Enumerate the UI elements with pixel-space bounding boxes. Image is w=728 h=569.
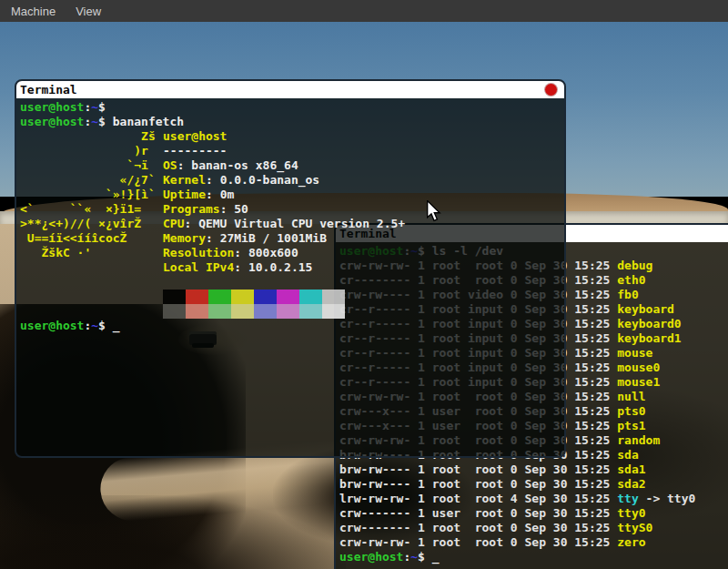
ls-row-meta: crw------- 1 user root 0 Sep 30 15:25	[339, 506, 617, 520]
color-palette-row-2	[163, 304, 564, 319]
palette-swatch	[163, 304, 186, 319]
fetch-value: 27MiB / 1001MiB	[220, 231, 327, 245]
ls-row-filename: null	[617, 390, 645, 403]
terminal-window-1[interactable]: Terminal user@host:~$ user@host:~$ banan…	[15, 79, 566, 458]
fetch-colon: :	[220, 202, 235, 216]
prompt-dollar: $	[418, 550, 432, 564]
fetch-value: 50	[234, 202, 248, 216]
fetch-colon: :	[177, 158, 192, 172]
palette-swatch	[208, 290, 231, 304]
ls-row-filename: tty0	[617, 506, 645, 520]
fetch-line: `¬ïOS: banan-os x86_64	[20, 158, 564, 173]
ls-row-filename: sda2	[617, 477, 645, 491]
palette-swatch	[231, 304, 254, 319]
ls-row-filename: sda1	[617, 462, 645, 476]
ls-row-meta: brw-rw---- 1 root root 0 Sep 30 15:25	[339, 477, 617, 491]
prompt-path: ~	[410, 550, 418, 564]
fetch-colon: :	[206, 188, 220, 201]
ascii-art: ŽškC ·'	[20, 246, 163, 260]
ls-row-filename: fb0	[617, 288, 638, 301]
prompt-dollar: $	[98, 115, 113, 128]
fetch-label: user@host	[163, 129, 227, 143]
menu-machine[interactable]: Machine	[11, 5, 56, 18]
close-button[interactable]	[545, 84, 557, 96]
ls-row: crw-rw-rw- 1 root root 0 Sep 30 15:25 ze…	[339, 535, 728, 550]
text-cursor: _	[432, 550, 440, 564]
ls-row-filename: sda	[617, 448, 638, 462]
prompt-path: ~	[91, 319, 98, 332]
palette-swatch	[299, 304, 322, 319]
fetch-value: banan-os x86_64	[191, 158, 298, 172]
fetch-label: Memory	[163, 231, 206, 245]
fetch-value: ---------	[163, 144, 227, 157]
prompt-user: user@host	[20, 115, 84, 128]
ls-row-filename: mouse	[617, 346, 652, 360]
fetch-line: `»!}[ì`Uptime: 0m	[20, 188, 564, 202]
ls-row-filename: keyboard0	[617, 317, 681, 330]
ls-row-filename: pts0	[617, 404, 645, 418]
fetch-line: Zšuser@host	[20, 129, 564, 144]
fetch-value: QEMU Virtual CPU version 2.5+	[198, 217, 405, 230]
ls-row-meta: crw-rw-rw- 1 root root 0 Sep 30 15:25	[339, 535, 617, 549]
palette-swatch	[231, 290, 254, 304]
ls-row-filename: eth0	[617, 273, 645, 287]
fetch-colon: :	[206, 173, 220, 187]
fetch-label: Programs	[163, 202, 220, 216]
fetch-label: Resolution	[163, 246, 234, 259]
command-text: bananfetch	[113, 115, 184, 128]
fetch-colon: :	[206, 231, 220, 245]
fetch-line: <` ``« ×}ï1=Programs: 50	[20, 202, 564, 217]
terminal1-command-line: user@host:~$ bananfetch	[20, 115, 564, 129]
prompt-dollar: $	[98, 319, 113, 332]
palette-swatch	[208, 304, 231, 319]
text-cursor: _	[113, 319, 120, 332]
terminal1-empty-prompt-line: user@host:~$	[20, 100, 564, 115]
fetch-label: Uptime	[163, 188, 206, 201]
mouse-cursor-icon	[426, 200, 441, 223]
ls-row-meta: crw------- 1 root root 0 Sep 30 15:25	[339, 521, 617, 534]
fetch-label: CPU	[163, 217, 184, 230]
ascii-art: )r	[20, 144, 163, 158]
fetch-colon: :	[234, 246, 248, 259]
palette-swatch	[322, 304, 345, 319]
palette-swatch	[299, 290, 322, 304]
ls-row: lrw-rw-rw- 1 root root 4 Sep 30 15:25 tt…	[339, 492, 728, 506]
vm-screen: Machine View Terminal user@host:~$ ls -l…	[0, 0, 728, 569]
menu-view[interactable]: View	[76, 5, 101, 18]
prompt-user: user@host	[20, 319, 84, 332]
ls-row: crw------- 1 root root 0 Sep 30 15:25 tt…	[339, 521, 728, 535]
palette-swatch	[186, 290, 208, 304]
fetch-output: Zšuser@host )r--------- `¬ïOS: banan-os …	[20, 129, 564, 275]
ls-row-filename: tty	[617, 492, 638, 505]
terminal1-content[interactable]: user@host:~$ user@host:~$ bananfetch Zšu…	[16, 98, 564, 333]
ls-row-filename: zero	[617, 535, 645, 549]
ascii-art: <` ``« ×}ï1=	[20, 202, 163, 217]
ls-row-meta: brw-rw---- 1 root root 0 Sep 30 15:25	[339, 462, 617, 476]
ls-row-filename: mouse0	[617, 361, 660, 374]
ascii-art: `»!}[ì`	[20, 188, 163, 202]
ls-row-suffix: -> tty0	[639, 492, 696, 505]
ls-row-filename: keyboard1	[617, 331, 681, 345]
prompt-user: user@host	[339, 550, 403, 564]
prompt-user: user@host	[20, 100, 84, 114]
terminal1-titlebar[interactable]: Terminal	[16, 81, 564, 98]
fetch-value: 10.0.2.15	[248, 260, 312, 274]
fetch-value: 0.0.0-banan_os	[220, 173, 320, 187]
fetch-line: )r---------	[20, 144, 564, 158]
terminal1-prompt-line: user@host:~$ _	[20, 319, 564, 333]
fetch-line: >**¿<+)//( ×¿vîrŽCPU: QEMU Virtual CPU v…	[20, 217, 564, 231]
ls-row: brw-rw---- 1 root root 0 Sep 30 15:25 sd…	[339, 462, 728, 477]
fetch-line: «/¿7`Kernel: 0.0.0-banan_os	[20, 173, 564, 188]
prompt-dollar: $	[98, 100, 113, 114]
ascii-art: «/¿7`	[20, 173, 163, 188]
ls-row: crw------- 1 user root 0 Sep 30 15:25 tt…	[339, 506, 728, 521]
ls-row-filename: pts1	[617, 419, 645, 432]
menu-bar: Machine View	[0, 0, 728, 22]
fetch-colon: :	[234, 260, 248, 274]
palette-swatch	[254, 304, 277, 319]
palette-swatch	[277, 290, 299, 304]
terminal1-title: Terminal	[20, 81, 77, 98]
terminal2-prompt-line: user@host:~$ _	[339, 550, 728, 564]
ascii-art: `¬ï	[20, 158, 163, 173]
ls-row-filename: mouse1	[617, 375, 660, 389]
